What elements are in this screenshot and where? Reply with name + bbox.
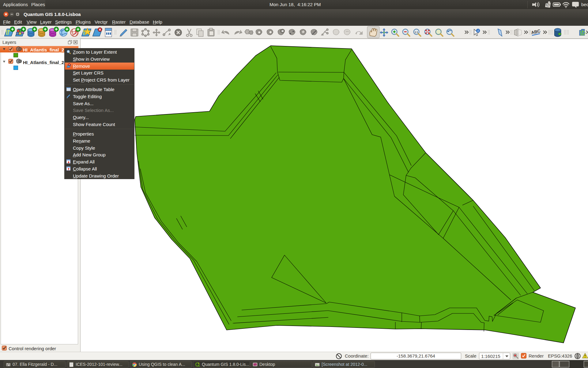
svg-text:bec: bec [581,2,588,7]
svg-text:i: i [478,29,479,33]
svg-text:1:1: 1:1 [415,31,418,34]
svg-text:S: S [547,3,549,7]
